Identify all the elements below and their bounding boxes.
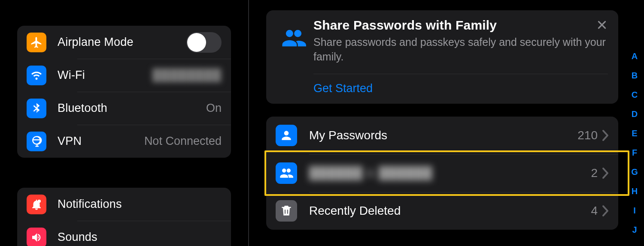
my-passwords-row[interactable]: My Passwords 210 [266, 117, 618, 154]
people-icon [276, 162, 297, 184]
sounds-label: Sounds [58, 231, 97, 244]
get-started-button[interactable]: Get Started [313, 82, 608, 95]
speaker-icon [27, 228, 46, 246]
close-icon[interactable] [595, 18, 609, 32]
share-family-promo: Share Passwords with Family Share passwo… [266, 10, 618, 104]
svg-point-0 [38, 199, 41, 203]
bell-icon [27, 195, 46, 214]
vpn-value: Not Connected [144, 135, 222, 148]
index-letter[interactable]: A [629, 51, 640, 61]
my-passwords-count: 210 [577, 129, 598, 142]
wifi-icon [27, 66, 46, 85]
password-groups-list: My Passwords 210 ██████ & ██████ 2 Recen… [266, 117, 618, 230]
sounds-row[interactable]: Sounds [17, 221, 231, 246]
index-letter[interactable]: I [629, 206, 640, 216]
airplane-mode-row[interactable]: Airplane Mode [17, 26, 231, 59]
system-group: Notifications Sounds [17, 188, 231, 246]
index-letter[interactable]: J [629, 225, 640, 235]
index-letter[interactable]: E [629, 129, 640, 138]
index-letter[interactable]: D [629, 109, 640, 119]
airplane-label: Airplane Mode [58, 36, 134, 49]
promo-desc: Share passwords and passkeys safely and … [313, 35, 608, 64]
index-letter[interactable]: H [629, 186, 640, 196]
recently-deleted-row[interactable]: Recently Deleted 4 [266, 192, 618, 230]
shared-group-row[interactable]: ██████ & ██████ 2 [266, 154, 618, 192]
shared-group-label: ██████ & ██████ [309, 166, 591, 180]
airplane-toggle[interactable] [186, 32, 222, 53]
connectivity-group: Airplane Mode Wi-Fi ████████ Bluetooth O… [17, 26, 231, 158]
alpha-index[interactable]: A B C D E F G H I J [629, 51, 640, 235]
recently-deleted-count: 4 [591, 204, 598, 218]
chevron-right-icon [602, 129, 609, 141]
person-icon [276, 125, 297, 146]
passwords-pane: Share Passwords with Family Share passwo… [249, 0, 644, 246]
shared-group-count: 2 [591, 166, 598, 180]
trash-icon [276, 200, 297, 222]
bluetooth-label: Bluetooth [58, 102, 107, 115]
notifications-label: Notifications [58, 198, 122, 211]
chevron-right-icon [602, 167, 609, 179]
recently-deleted-label: Recently Deleted [309, 204, 591, 218]
index-letter[interactable]: B [629, 71, 640, 81]
bluetooth-value: On [206, 102, 222, 115]
index-letter[interactable]: C [629, 90, 640, 100]
bluetooth-icon [27, 99, 46, 118]
vpn-label: VPN [58, 135, 82, 148]
globe-icon [27, 132, 46, 151]
wifi-row[interactable]: Wi-Fi ████████ [17, 59, 231, 92]
promo-title: Share Passwords with Family [313, 18, 608, 33]
index-letter[interactable]: F [629, 148, 640, 158]
my-passwords-label: My Passwords [309, 129, 577, 142]
notifications-row[interactable]: Notifications [17, 188, 231, 221]
settings-sidebar: Airplane Mode Wi-Fi ████████ Bluetooth O… [0, 0, 249, 246]
wifi-label: Wi-Fi [58, 69, 85, 82]
family-icon [276, 18, 311, 95]
airplane-icon [27, 33, 46, 52]
chevron-right-icon [602, 205, 609, 217]
bluetooth-row[interactable]: Bluetooth On [17, 92, 231, 125]
divider [313, 74, 608, 74]
index-letter[interactable]: G [629, 167, 640, 177]
wifi-value: ████████ [152, 69, 222, 82]
vpn-row[interactable]: VPN Not Connected [17, 125, 231, 158]
